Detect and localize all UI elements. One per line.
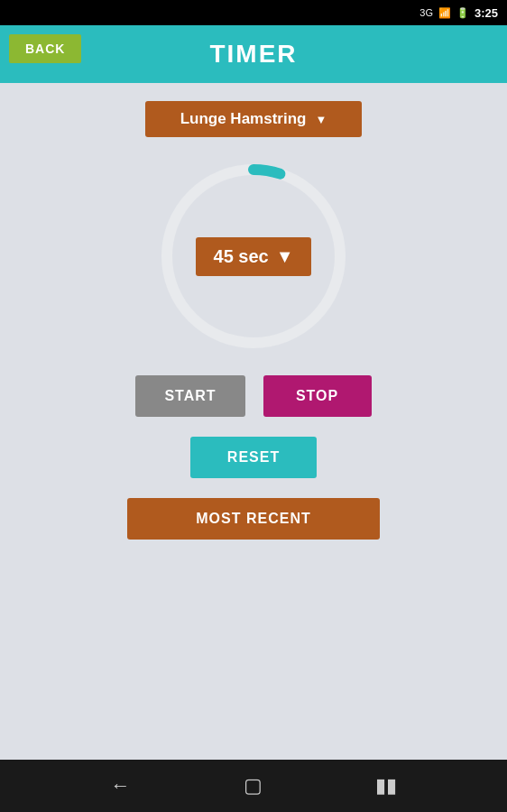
app: 3G 📶 🔋 3:25 BACK TIMER Lunge Hamstring ▼ — [0, 0, 507, 812]
timer-circle-container: 45 sec ▼ — [154, 157, 353, 355]
network-icon: 3G — [419, 7, 433, 18]
most-recent-button[interactable]: MOST RECENT — [127, 498, 380, 540]
main-content: BACK TIMER Lunge Hamstring ▼ 45 s — [0, 25, 507, 760]
recents-nav-icon[interactable]: ▮▮ — [375, 774, 397, 798]
back-button[interactable]: BACK — [9, 34, 81, 63]
battery-icon: 🔋 — [456, 7, 469, 19]
home-nav-icon[interactable]: ▢ — [244, 774, 263, 798]
reset-button[interactable]: RESET — [190, 437, 317, 478]
nav-bar: ← ▢ ▮▮ — [0, 760, 507, 812]
exercise-selector[interactable]: Lunge Hamstring ▼ — [145, 101, 362, 137]
status-time: 3:25 — [475, 6, 498, 20]
timer-dropdown-arrow: ▼ — [276, 246, 294, 267]
exercise-label: Lunge Hamstring — [180, 110, 307, 128]
start-button[interactable]: START — [135, 375, 244, 417]
timer-value: 45 sec — [214, 246, 269, 267]
timer-display[interactable]: 45 sec ▼ — [196, 237, 312, 276]
exercise-dropdown-arrow: ▼ — [315, 113, 327, 126]
buttons-row: START STOP — [135, 375, 371, 417]
signal-icon: 📶 — [438, 7, 451, 19]
header-title: TIMER — [209, 40, 297, 68]
status-bar: 3G 📶 🔋 3:25 — [0, 0, 507, 25]
back-nav-icon[interactable]: ← — [111, 774, 131, 798]
content-wrapper: Lunge Hamstring ▼ 45 sec ▼ START — [0, 83, 507, 760]
stop-button[interactable]: STOP — [263, 375, 372, 417]
